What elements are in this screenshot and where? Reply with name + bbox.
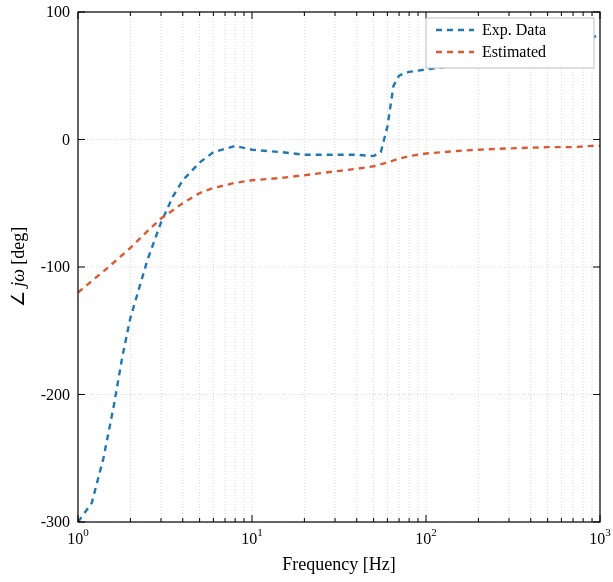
legend-entry-0: Exp. Data [482,21,546,39]
x-tick-label: 103 [589,526,611,547]
y-tick-label: -100 [41,258,70,275]
legend-entry-1: Estimated [482,43,546,60]
series-line-0 [78,35,600,522]
y-tick-label: -300 [41,513,70,530]
series-group [78,35,600,522]
ticks: 100101102103-300-200-1000100 [41,3,612,547]
y-tick-label: 0 [62,131,70,148]
grid [78,12,600,522]
chart-svg: 100101102103-300-200-1000100Frequency [H… [0,0,613,582]
legend: Exp. DataEstimated [426,18,594,68]
x-tick-label: 100 [67,526,89,547]
x-axis-label: Frequency [Hz] [282,554,395,574]
x-tick-label: 101 [241,526,263,547]
series-line-1 [78,146,600,293]
phase-vs-frequency-chart: 100101102103-300-200-1000100Frequency [H… [0,0,613,582]
y-axis-label: ∠ jω [deg] [8,227,28,308]
y-tick-label: 100 [46,3,70,20]
y-tick-label: -200 [41,386,70,403]
x-tick-label: 102 [415,526,437,547]
